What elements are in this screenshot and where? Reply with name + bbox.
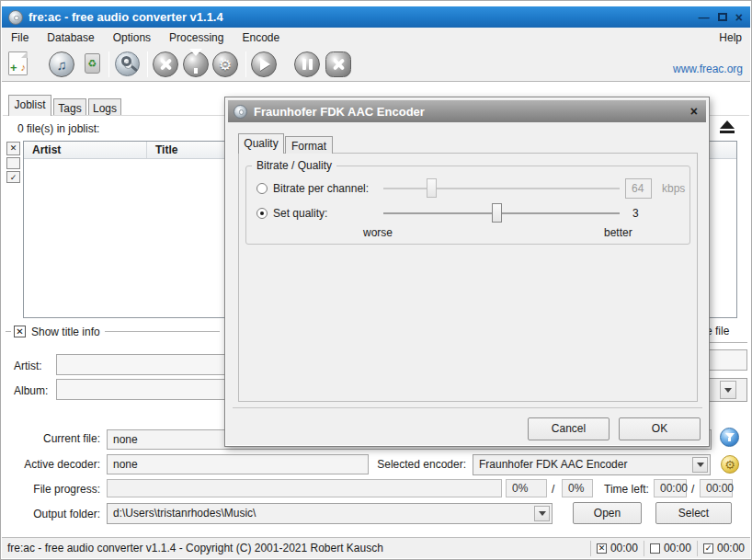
start-encoding-icon[interactable] [251, 51, 277, 77]
tab-tags[interactable]: Tags [53, 98, 86, 116]
time-left-total: 00:00 [700, 479, 733, 497]
time-left-file: 00:00 [654, 479, 687, 497]
joblist-icon[interactable]: ♫ [49, 51, 74, 77]
configure-settings-icon[interactable] [153, 51, 178, 77]
checkbox-crossed-icon: ✕ [597, 543, 607, 554]
cddb-query-icon[interactable] [115, 51, 142, 78]
checkbox-checked-icon: ✓ [703, 543, 713, 554]
output-folder-value: d:\Users\tristanrhodes\Music\ [113, 507, 256, 520]
total-progress-pct: 0% [562, 479, 593, 497]
toggle-selection-button[interactable]: ✓ [6, 171, 20, 183]
toolbar: + ♪ ♫ ♻ ⚙ [2, 47, 750, 82]
selected-encoder-value: Fraunhofer FDK AAC Encoder [479, 458, 627, 471]
file-progress-pct: 0% [506, 479, 547, 497]
menu-options[interactable]: Options [104, 29, 160, 47]
worse-label: worse [363, 226, 393, 239]
set-quality-label[interactable]: Set quality: [273, 207, 327, 220]
chevron-down-icon[interactable] [534, 506, 550, 521]
menu-database[interactable]: Database [38, 29, 103, 47]
menu-help[interactable]: Help [711, 29, 750, 47]
group-title: Bitrate / Quality [252, 159, 336, 172]
processing-info-icon[interactable] [720, 428, 739, 447]
app-icon [234, 105, 247, 119]
menu-file[interactable]: File [2, 29, 38, 47]
show-title-info-label[interactable]: Show title info [31, 326, 100, 338]
set-quality-radio[interactable] [256, 208, 268, 219]
encoder-config-dialog: Fraunhofer FDK AAC Encoder × Quality For… [224, 97, 710, 447]
stop-encoding-icon[interactable] [325, 51, 351, 77]
better-label: better [604, 226, 632, 239]
quality-value: 3 [632, 207, 639, 220]
status-bar: fre:ac - free audio converter v1.1.4 - C… [2, 537, 750, 558]
ok-button[interactable]: OK [619, 417, 701, 440]
add-files-icon[interactable]: + ♪ [8, 51, 28, 75]
tab-joblist[interactable]: Joblist [8, 95, 51, 116]
tab-logs[interactable]: Logs [88, 98, 121, 116]
dialog-title-bar: Fraunhofer FDK AAC Encoder × [228, 100, 706, 122]
dialog-title: Fraunhofer FDK AAC Encoder [254, 105, 425, 119]
tab-logs-label: Logs [93, 102, 117, 115]
pause-encoding-icon[interactable] [294, 51, 320, 77]
show-title-info-checkbox[interactable]: ✕ [14, 326, 26, 337]
dialog-tab-format[interactable]: Format [285, 136, 333, 154]
music-note-icon: ♪ [21, 62, 27, 73]
encoder-settings-icon[interactable]: ⚙ [721, 455, 739, 474]
menu-bar: File Database Options Processing Encode … [2, 28, 750, 47]
file-progress-label: File progress: [1, 483, 100, 496]
artist-label: Artist: [14, 360, 42, 372]
freac-website-link[interactable]: www.freac.org [673, 63, 743, 75]
clear-joblist-icon[interactable]: ♻ [85, 53, 100, 74]
music-note-icon: ♫ [56, 57, 66, 73]
eject-drive-button[interactable] [720, 120, 735, 133]
select-none-button[interactable] [6, 157, 20, 169]
time-left-label: Time left: [604, 483, 649, 496]
plus-icon: + [10, 61, 17, 74]
tab-tags-label: Tags [58, 102, 81, 115]
current-file-label: Current file: [1, 432, 100, 445]
selected-encoder-combo[interactable]: Fraunhofer FDK AAC Encoder [473, 454, 711, 475]
output-folder-combo[interactable]: d:\Users\tristanrhodes\Music\ [107, 503, 553, 524]
general-settings-icon[interactable]: ⚙ [212, 51, 238, 77]
time-total-selected: ✕ 00:00 [590, 541, 644, 556]
bitrate-slider-thumb[interactable] [427, 178, 437, 198]
signal-processing-icon[interactable] [183, 51, 209, 77]
slash-separator: / [691, 483, 694, 496]
minimize-icon[interactable]: — [699, 12, 710, 23]
file-progress-bar [107, 479, 502, 497]
slash-separator: / [552, 483, 554, 496]
gear-icon: ⚙ [219, 56, 232, 74]
output-folder-label: Output folder: [1, 508, 100, 520]
album-label: Album: [14, 384, 48, 397]
window-title: fre:ac - free audio converter v1.1.4 [28, 10, 223, 24]
maximize-icon[interactable] [718, 13, 727, 21]
select-all-button[interactable]: ✕ [6, 142, 20, 155]
bitrate-unit: kbps [662, 182, 685, 195]
dialog-close-icon[interactable]: × [690, 104, 698, 119]
bitrate-slider-track[interactable] [383, 188, 620, 189]
time-checked: ✓ 00:00 [697, 541, 750, 556]
tab-joblist-label: Joblist [14, 98, 45, 111]
dialog-tab-quality[interactable]: Quality [238, 133, 284, 154]
cancel-button[interactable]: Cancel [528, 417, 610, 440]
open-button[interactable]: Open [573, 502, 642, 524]
eject-icon [720, 120, 735, 129]
app-icon [8, 10, 23, 25]
active-decoder-label: Active decoder: [1, 458, 100, 471]
checkbox-empty-icon [650, 543, 660, 554]
bitrate-radio[interactable] [256, 183, 268, 194]
statusbar-text: fre:ac - free audio converter v1.1.4 - C… [7, 542, 383, 554]
close-icon[interactable]: × [735, 12, 743, 23]
recycle-icon: ♻ [88, 58, 97, 70]
title-bar: fre:ac - free audio converter v1.1.4 — × [2, 6, 750, 28]
menu-encode[interactable]: Encode [233, 29, 289, 47]
quality-slider-thumb[interactable] [492, 203, 502, 223]
select-button[interactable]: Select [655, 502, 732, 524]
active-decoder-value: none [107, 454, 369, 474]
time-unselected: 00:00 [644, 541, 697, 556]
chevron-down-icon[interactable] [692, 457, 708, 473]
menu-processing[interactable]: Processing [160, 29, 233, 47]
bitrate-label[interactable]: Bitrate per channel: [273, 182, 369, 195]
column-artist[interactable]: Artist [24, 142, 147, 158]
bitrate-value-field[interactable]: 64 [625, 178, 652, 199]
chevron-down-icon[interactable] [720, 381, 736, 399]
